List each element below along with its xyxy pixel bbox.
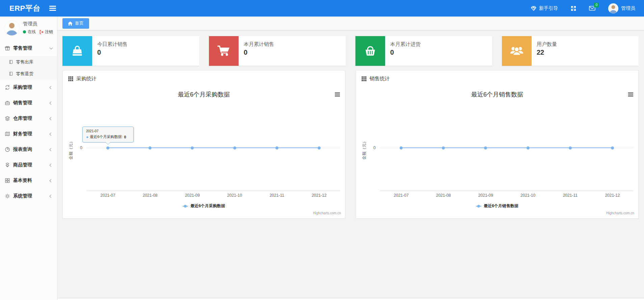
panel-title: 采购统计 bbox=[76, 76, 97, 82]
shopping-bag-icon bbox=[62, 36, 92, 66]
chevron-left-icon bbox=[50, 132, 53, 136]
x-tick: 2021-11 bbox=[256, 193, 298, 198]
sidebar-item-retail-outbound[interactable]: 零售出库 bbox=[0, 56, 57, 68]
user-avatar-small bbox=[608, 3, 618, 13]
series-markers bbox=[380, 146, 634, 149]
users-icon bbox=[502, 36, 532, 66]
stat-card-value: 0 bbox=[97, 49, 128, 56]
x-tick: 2021-11 bbox=[549, 193, 591, 198]
x-tick: 2021-09 bbox=[171, 193, 213, 198]
sidebar-item-label: 报表查询 bbox=[13, 146, 32, 153]
purchase-stats-panel: 采购统计 最近6个月采购数据 金额（元） 0 bbox=[62, 70, 345, 219]
sidebar-user-name: 管理员 bbox=[23, 21, 53, 27]
sidebar-item-label: 零售出库 bbox=[16, 59, 33, 65]
tooltip-category: 2021-07 bbox=[86, 129, 130, 133]
sidebar-item-label: 财务管理 bbox=[13, 131, 32, 137]
sidebar-item-finance[interactable]: 财务管理 bbox=[0, 126, 57, 142]
chevron-down-icon bbox=[50, 46, 53, 50]
stat-card-today-sales: 今日累计销售 0 bbox=[62, 36, 199, 66]
chevron-left-icon bbox=[50, 194, 53, 198]
logout-link[interactable]: 注销 bbox=[39, 29, 53, 35]
sidebar-item-reports[interactable]: 报表查询 bbox=[0, 142, 57, 157]
chart-tooltip: 2021-07 ● 最近6个月采购数据: 0 bbox=[82, 127, 134, 142]
cubes-icon bbox=[5, 162, 10, 168]
layers-icon bbox=[5, 116, 10, 121]
th-grid-icon bbox=[361, 76, 367, 81]
sidebar-item-sales[interactable]: 销售管理 bbox=[0, 95, 57, 111]
data-point[interactable] bbox=[442, 146, 445, 149]
gift-icon bbox=[5, 46, 10, 51]
sidebar-item-system[interactable]: 系统管理 bbox=[0, 188, 57, 204]
sidebar-item-basic-data[interactable]: 基本资料 bbox=[0, 173, 57, 188]
stat-card-label: 本月累计销售 bbox=[244, 41, 274, 48]
stat-card-month-sales: 本月累计销售 0 bbox=[209, 36, 346, 66]
x-tick: 2021-12 bbox=[298, 193, 340, 198]
data-point[interactable] bbox=[527, 146, 530, 149]
x-tick: 2021-12 bbox=[591, 193, 634, 198]
data-point[interactable] bbox=[191, 146, 194, 149]
th-grid-icon bbox=[68, 76, 73, 81]
sidebar: 管理员 在线 注销 零售管理 bbox=[0, 17, 57, 300]
plot-area: 2021-07 2021-08 2021-09 2021-10 2021-11 … bbox=[380, 86, 634, 218]
messages-button[interactable]: 0 bbox=[589, 6, 595, 11]
sidebar-item-label: 采购管理 bbox=[13, 84, 32, 90]
sales-chart: 最近6个月销售数据 金额（元） 0 bbox=[356, 86, 638, 218]
data-point[interactable] bbox=[149, 146, 152, 149]
basket-icon bbox=[355, 36, 385, 66]
x-tick: 2021-10 bbox=[214, 193, 256, 198]
panel-header: 销售统计 bbox=[356, 71, 638, 86]
chart-panels-row: 采购统计 最近6个月采购数据 金额（元） 0 bbox=[62, 70, 639, 219]
legend-item[interactable]: 最近6个月销售数据 bbox=[356, 203, 638, 209]
stat-card-month-purchase: 本月累计进货 0 bbox=[355, 36, 492, 66]
sidebar-menu: 零售管理 零售出库 bbox=[0, 40, 57, 204]
data-point[interactable] bbox=[484, 146, 487, 149]
x-tick: 2021-07 bbox=[380, 193, 422, 198]
sidebar-item-purchase[interactable]: 采购管理 bbox=[0, 80, 57, 95]
tooltip-value: 0 bbox=[124, 135, 126, 139]
highcharts-credit[interactable]: Highcharts.com.cn bbox=[606, 211, 634, 215]
stat-card-value: 0 bbox=[244, 49, 274, 56]
data-point[interactable] bbox=[318, 146, 321, 149]
user-name-top: 管理员 bbox=[621, 5, 635, 11]
sidebar-toggle-button[interactable] bbox=[49, 5, 56, 12]
data-point[interactable] bbox=[275, 146, 278, 149]
sidebar-item-label: 基本资料 bbox=[13, 178, 32, 184]
sidebar-item-retail[interactable]: 零售管理 bbox=[0, 40, 57, 56]
sidebar-item-label: 零售管理 bbox=[13, 45, 32, 51]
tab-home[interactable]: 首页 bbox=[62, 18, 89, 29]
user-avatar-large bbox=[4, 20, 20, 36]
data-point[interactable] bbox=[611, 146, 614, 149]
tab-bar: 首页 bbox=[57, 17, 644, 30]
guide-button[interactable]: 新手引导 bbox=[531, 5, 558, 11]
gem-icon bbox=[531, 6, 536, 11]
legend-item[interactable]: 最近6个月采购数据 bbox=[63, 203, 345, 209]
data-point[interactable] bbox=[400, 146, 403, 149]
chevron-left-icon bbox=[50, 86, 53, 89]
fullscreen-button[interactable] bbox=[571, 6, 576, 11]
y-axis-tick: 0 bbox=[366, 145, 376, 150]
stat-card-value: 0 bbox=[390, 49, 421, 56]
sidebar-item-label: 销售管理 bbox=[13, 100, 32, 106]
guide-label: 新手引导 bbox=[539, 5, 558, 11]
topbar: ERP平台 新手引导 0 管理员 bbox=[0, 0, 644, 17]
stat-card-label: 今日累计销售 bbox=[97, 41, 128, 48]
dashboard-content: 今日累计销售 0 本月累计销售 0 bbox=[57, 30, 644, 298]
highcharts-credit[interactable]: Highcharts.com.cn bbox=[313, 211, 341, 215]
pie-chart-icon bbox=[5, 147, 10, 152]
x-tick: 2021-08 bbox=[422, 193, 464, 198]
data-point[interactable] bbox=[233, 146, 236, 149]
tab-home-label: 首页 bbox=[75, 20, 84, 26]
legend-marker-icon bbox=[476, 206, 481, 207]
sidebar-item-label: 商品管理 bbox=[13, 162, 32, 168]
user-menu[interactable]: 管理员 bbox=[608, 3, 635, 13]
home-icon bbox=[68, 21, 73, 26]
chevron-left-icon bbox=[50, 148, 53, 151]
journal-icon bbox=[9, 60, 13, 64]
sidebar-item-warehouse[interactable]: 仓库管理 bbox=[0, 111, 57, 126]
data-point[interactable] bbox=[569, 146, 572, 149]
panel-header: 采购统计 bbox=[63, 71, 345, 86]
data-point[interactable] bbox=[106, 146, 109, 149]
sidebar-item-retail-return[interactable]: 零售退货 bbox=[0, 68, 57, 80]
sidebar-item-goods[interactable]: 商品管理 bbox=[0, 157, 57, 173]
x-axis-labels: 2021-07 2021-08 2021-09 2021-10 2021-11 … bbox=[87, 193, 340, 198]
